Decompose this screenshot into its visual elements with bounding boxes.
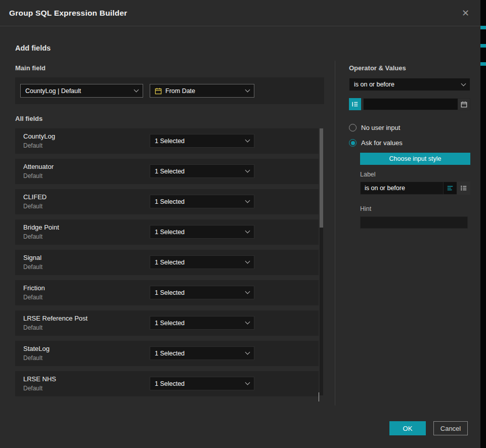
value-row — [349, 98, 470, 110]
dialog-footer: OK Cancel — [389, 421, 468, 435]
calendar-picker-icon[interactable] — [458, 99, 470, 110]
field-row: LRSE Reference Post Default 1 Selected — [15, 310, 319, 336]
field-row: Bridge Point Default 1 Selected — [15, 219, 319, 245]
dialog-titlebar: Group SQL Expression Builder ✕ — [0, 0, 480, 26]
add-fields-heading: Add fields — [15, 44, 51, 52]
field-selected-value: 1 Selected — [155, 198, 242, 205]
all-fields-list-container: CountyLog Default 1 Selected Attenuator … — [15, 128, 324, 396]
chevron-down-icon — [245, 289, 250, 294]
field-selected-value: 1 Selected — [155, 229, 242, 236]
screen-right-edge — [480, 0, 486, 448]
field-selected-value: 1 Selected — [155, 259, 242, 266]
operator-values-panel: Operator & Values is on or before — [349, 64, 470, 229]
field-selected-value: 1 Selected — [155, 350, 242, 357]
main-field-panel: CountyLog | Default From Date — [15, 77, 324, 104]
field-row: Attenuator Default 1 Selected — [15, 159, 319, 184]
layer-select[interactable]: CountyLog | Default — [20, 84, 143, 98]
field-selected-value: 1 Selected — [155, 320, 242, 327]
radio-ask-for-values[interactable]: Ask for values — [349, 139, 470, 147]
field-row: Signal Default 1 Selected — [15, 250, 319, 275]
value-input[interactable] — [364, 99, 458, 110]
field-selected-dropdown[interactable]: 1 Selected — [150, 255, 254, 269]
field-row: StateLog Default 1 Selected — [15, 341, 319, 366]
chevron-down-icon — [245, 380, 250, 385]
field-selected-dropdown[interactable]: 1 Selected — [150, 195, 254, 208]
field-selected-dropdown[interactable]: 1 Selected — [150, 316, 254, 330]
field-row: CountyLog Default 1 Selected — [15, 128, 319, 154]
chevron-down-icon — [245, 259, 250, 264]
field-selected-dropdown[interactable]: 1 Selected — [150, 164, 254, 178]
dialog-title: Group SQL Expression Builder — [9, 9, 127, 18]
column-divider — [335, 61, 335, 406]
fields-column: Main field CountyLog | Default From Date… — [15, 64, 324, 401]
edge-accent-mark — [480, 44, 486, 48]
main-field-label: Main field — [15, 64, 324, 72]
main-field-select-value: From Date — [165, 87, 242, 95]
field-selected-value: 1 Selected — [155, 138, 242, 145]
edge-accent-mark — [480, 26, 486, 29]
scroll-down-icon[interactable] — [319, 392, 324, 397]
hint-field-label: Hint — [360, 205, 470, 212]
group-sql-expression-builder-dialog: Group SQL Expression Builder ✕ Add field… — [0, 0, 480, 448]
field-selected-value: 1 Selected — [155, 380, 242, 387]
value-input-wrap — [363, 98, 470, 110]
chevron-down-icon — [245, 350, 250, 355]
field-selected-dropdown[interactable]: 1 Selected — [150, 134, 254, 148]
value-list-icon[interactable] — [349, 98, 361, 110]
field-row: CLIFED Default 1 Selected — [15, 189, 319, 214]
scrollbar-thumb[interactable] — [320, 128, 323, 228]
cancel-button[interactable]: Cancel — [433, 421, 468, 435]
chevron-down-icon — [245, 87, 250, 93]
all-fields-list: CountyLog Default 1 Selected Attenuator … — [15, 128, 319, 396]
operator-select-value: is on or before — [354, 81, 458, 88]
chevron-down-icon — [245, 168, 250, 173]
radio-no-user-input-label: No user input — [361, 124, 400, 131]
operator-select[interactable]: is on or before — [349, 78, 470, 91]
radio-circle-icon[interactable] — [349, 124, 357, 131]
edge-accent-mark — [480, 62, 486, 66]
field-selected-value: 1 Selected — [155, 289, 242, 296]
field-selected-dropdown[interactable]: 1 Selected — [150, 377, 254, 390]
chevron-down-icon — [461, 81, 466, 86]
label-row — [360, 182, 470, 195]
operator-values-label: Operator & Values — [349, 64, 470, 72]
scrollbar[interactable] — [320, 128, 323, 395]
list-plain-icon[interactable] — [443, 182, 457, 195]
close-icon[interactable]: ✕ — [460, 7, 471, 20]
ok-button[interactable]: OK — [389, 421, 426, 435]
layer-select-value: CountyLog | Default — [25, 87, 131, 95]
radio-selected-icon[interactable] — [349, 139, 357, 147]
field-selected-value: 1 Selected — [155, 168, 242, 175]
list-bulleted-icon[interactable] — [457, 182, 470, 195]
chevron-down-icon — [245, 229, 250, 234]
field-selected-dropdown[interactable]: 1 Selected — [150, 346, 254, 360]
chevron-down-icon — [245, 138, 250, 143]
radio-ask-for-values-label: Ask for values — [361, 139, 403, 147]
label-input[interactable] — [360, 182, 443, 195]
chevron-down-icon — [134, 87, 139, 93]
chevron-down-icon — [245, 320, 250, 325]
label-field-label: Label — [360, 171, 470, 178]
all-fields-label: All fields — [15, 115, 324, 122]
ask-for-values-options: Choose input style Label Hint — [360, 147, 470, 229]
field-row: LRSE NHS Default 1 Selected — [15, 371, 319, 396]
radio-no-user-input[interactable]: No user input — [349, 124, 470, 131]
choose-input-style-button[interactable]: Choose input style — [360, 153, 470, 165]
main-field-select[interactable]: From Date — [150, 84, 254, 98]
field-selected-dropdown[interactable]: 1 Selected — [150, 286, 254, 299]
calendar-icon — [155, 87, 162, 95]
field-selected-dropdown[interactable]: 1 Selected — [150, 225, 254, 239]
field-row: Friction Default 1 Selected — [15, 280, 319, 305]
chevron-down-icon — [245, 198, 250, 203]
hint-input[interactable] — [360, 216, 468, 229]
